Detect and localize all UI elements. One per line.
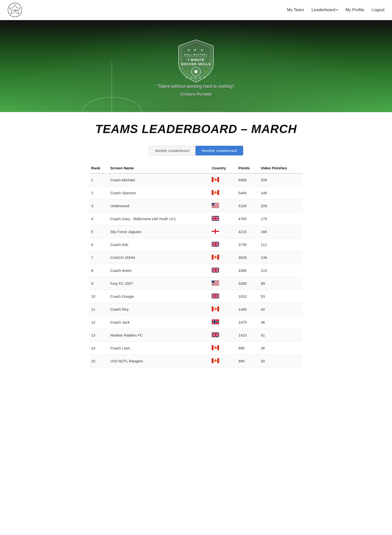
svg-text:🌿: 🌿 bbox=[184, 70, 189, 74]
svg-text:★ ★ ★ ★ ★: ★ ★ ★ ★ ★ bbox=[185, 76, 207, 79]
cell-rank: 5 bbox=[89, 225, 108, 238]
tab-weekly[interactable]: Weekly Leaderboard bbox=[149, 146, 196, 155]
cell-points: 890 bbox=[236, 355, 259, 368]
svg-rect-91 bbox=[214, 319, 215, 324]
cell-videos: 42 bbox=[259, 303, 303, 316]
cell-rank: 3 bbox=[89, 199, 108, 212]
table-row: 13 Newton Raiders FC 1410 41 bbox=[89, 329, 303, 342]
svg-text:SOCCER SKILLS: SOCCER SKILLS bbox=[181, 62, 211, 66]
col-rank: Rank bbox=[89, 163, 108, 173]
cell-flag: 🍁 bbox=[210, 251, 236, 264]
logo: 7 MIN bbox=[7, 2, 22, 17]
cell-name: Coach Ash bbox=[108, 238, 210, 251]
cell-name: Coach Spencer bbox=[108, 187, 210, 199]
cell-videos: 146 bbox=[259, 187, 303, 199]
svg-rect-43 bbox=[212, 231, 219, 232]
col-country: Country bbox=[210, 163, 236, 173]
table-row: 7 COACH JOHN 🍁 3535 136 bbox=[89, 251, 303, 264]
svg-rect-28 bbox=[212, 206, 219, 207]
table-row: 4 Coach Gary - Ballymena Utd Youth U11 4… bbox=[89, 212, 303, 225]
cell-videos: 115 bbox=[259, 264, 303, 277]
svg-rect-103 bbox=[217, 345, 219, 350]
cell-name: U10 NOTL Rangers bbox=[108, 355, 210, 368]
cell-points: 1475 bbox=[236, 316, 259, 329]
svg-text:★★★
★★★: ★★★ ★★★ bbox=[212, 281, 217, 283]
svg-text:🍁: 🍁 bbox=[214, 255, 217, 259]
svg-text:BALL MASTERY: BALL MASTERY bbox=[184, 53, 208, 56]
nav-logout[interactable]: Logout bbox=[372, 7, 385, 12]
cell-points: 3380 bbox=[236, 264, 259, 277]
cell-flag: 🍁 bbox=[210, 303, 236, 316]
cell-points: 4765 bbox=[236, 212, 259, 225]
cell-points: 3285 bbox=[236, 277, 259, 290]
cell-flag: 🍁 bbox=[210, 342, 236, 355]
svg-rect-21 bbox=[212, 190, 214, 195]
svg-rect-40 bbox=[212, 218, 219, 219]
nav-my-team[interactable]: My Team bbox=[287, 7, 304, 12]
col-screen-name: Screen Name bbox=[108, 163, 210, 173]
nav-leaderboard-label: Leaderboard bbox=[312, 7, 335, 12]
nav-my-profile[interactable]: My Profile bbox=[345, 7, 364, 12]
table-header-row: Rank Screen Name Country Points Video Fi… bbox=[89, 163, 303, 173]
svg-text:🍁: 🍁 bbox=[214, 178, 217, 181]
svg-rect-70 bbox=[212, 284, 219, 284]
table-row: 1 Coach Michael 🍁 6900 206 bbox=[89, 173, 303, 187]
logo-icon: 7 MIN bbox=[7, 2, 22, 17]
svg-rect-18 bbox=[217, 177, 219, 182]
svg-rect-106 bbox=[212, 358, 214, 363]
svg-rect-65 bbox=[212, 270, 219, 271]
main-content: TEAMS LEADERBOARD – MARCH Weekly Leaderb… bbox=[84, 112, 308, 378]
hero-quote: "Talent without working hard is nothing"… bbox=[157, 84, 235, 89]
svg-rect-84 bbox=[212, 306, 214, 311]
nav-leaderboard-dropdown[interactable]: Leaderboard ▾ bbox=[312, 7, 338, 12]
cell-videos: 36 bbox=[259, 342, 303, 355]
svg-rect-102 bbox=[212, 345, 214, 350]
cell-name: Coach Dougie bbox=[108, 290, 210, 303]
cell-flag bbox=[210, 316, 236, 329]
cell-points: 3535 bbox=[236, 251, 259, 264]
table-row: 9 Fury FC 2007 ★★★ ★★★ 3285 99 bbox=[89, 277, 303, 290]
svg-rect-52 bbox=[212, 244, 219, 245]
cell-name: Coach Liam bbox=[108, 342, 210, 355]
cell-flag bbox=[210, 264, 236, 277]
cell-name: Coach Michael bbox=[108, 173, 210, 187]
cell-flag: ★★★ ★★★ bbox=[210, 199, 236, 212]
nav-links: My Team Leaderboard ▾ My Profile Logout bbox=[287, 7, 385, 12]
svg-text:🌿: 🌿 bbox=[203, 70, 207, 74]
cell-flag: 🍁 bbox=[210, 173, 236, 187]
cell-rank: 8 bbox=[89, 264, 108, 277]
cell-points: 3735 bbox=[236, 238, 259, 251]
hero-content: ★ ★ ★ BALL MASTERY 7 MINUTE SOCCER SKILL… bbox=[157, 36, 235, 97]
table-row: 3 Underwood ★★★ ★★★ 5100 209 bbox=[89, 199, 303, 212]
cell-name: Fury FC 2007 bbox=[108, 277, 210, 290]
svg-rect-29 bbox=[212, 207, 219, 208]
cell-rank: 12 bbox=[89, 316, 108, 329]
tab-monthly[interactable]: Monthly Leaderboard bbox=[196, 146, 243, 155]
table-row: 2 Coach Spencer 🍁 5445 146 bbox=[89, 187, 303, 199]
cell-flag bbox=[210, 238, 236, 251]
cell-rank: 9 bbox=[89, 277, 108, 290]
cell-videos: 99 bbox=[259, 277, 303, 290]
cell-videos: 36 bbox=[259, 316, 303, 329]
cell-videos: 41 bbox=[259, 329, 303, 342]
cell-points: 1610 bbox=[236, 290, 259, 303]
cell-points: 995 bbox=[236, 342, 259, 355]
table-row: 15 U10 NOTL Rangers 🍁 890 20 bbox=[89, 355, 303, 368]
cell-flag bbox=[210, 212, 236, 225]
svg-rect-90 bbox=[212, 321, 219, 322]
cell-videos: 136 bbox=[259, 251, 303, 264]
cell-flag bbox=[210, 225, 236, 238]
cell-points: 1410 bbox=[236, 329, 259, 342]
cell-rank: 13 bbox=[89, 329, 108, 342]
cell-videos: 53 bbox=[259, 290, 303, 303]
table-row: 10 Coach Dougie 1610 53 bbox=[89, 290, 303, 303]
svg-rect-54 bbox=[212, 255, 214, 260]
svg-rect-55 bbox=[217, 255, 219, 260]
col-video-finishes: Video Finishes bbox=[259, 163, 303, 173]
hero-author: Cristiano Ronaldo bbox=[180, 92, 212, 97]
table-row: 8 Coach Anton 3380 115 bbox=[89, 264, 303, 277]
cell-name: Newton Raiders FC bbox=[108, 329, 210, 342]
cell-videos: 206 bbox=[259, 173, 303, 187]
cell-rank: 7 bbox=[89, 251, 108, 264]
svg-text:★★★
★★★: ★★★ ★★★ bbox=[212, 204, 217, 205]
